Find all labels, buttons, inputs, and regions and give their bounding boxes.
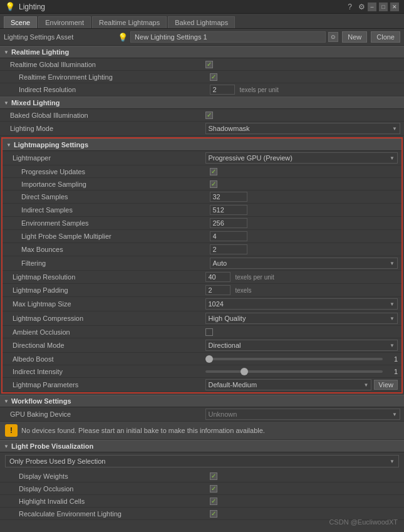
chevron-down-icon: ▼ bbox=[363, 382, 368, 388]
minimize-button[interactable]: – bbox=[368, 3, 376, 11]
chevron-down-icon: ▼ bbox=[390, 316, 395, 321]
realtime-lighting-title: Realtime Lighting bbox=[11, 48, 69, 56]
light-probe-visualization-title: Light Probe Visualization bbox=[11, 442, 93, 450]
gpu-baking-device-dropdown[interactable]: Unknown ▼ bbox=[205, 409, 401, 420]
close-button[interactable]: ✕ bbox=[390, 3, 399, 11]
tab-baked-lightmaps[interactable]: Baked Lightmaps bbox=[168, 16, 235, 28]
clone-button[interactable]: Clone bbox=[371, 31, 400, 43]
indirect-intensity-thumb[interactable] bbox=[241, 368, 248, 375]
directional-mode-row: Directional Mode Directional ▼ bbox=[3, 338, 401, 353]
tab-scene[interactable]: Scene bbox=[4, 16, 37, 28]
indirect-samples-input[interactable] bbox=[210, 205, 247, 215]
realtime-lighting-header[interactable]: ▼ Realtime Lighting bbox=[0, 46, 404, 58]
probe-dropdown-container: Only Probes Used By Selection ▼ bbox=[0, 452, 404, 470]
workflow-settings-header[interactable]: ▼ Workflow Settings bbox=[0, 395, 404, 407]
maximize-button[interactable]: □ bbox=[379, 3, 388, 11]
realtime-global-illumination-row: Realtime Global Illumination ✓ bbox=[0, 58, 404, 71]
lightmapping-settings-header[interactable]: ▼ Lightmapping Settings bbox=[3, 138, 401, 151]
mixed-lighting-header[interactable]: ▼ Mixed Lighting bbox=[0, 96, 404, 109]
recalculate-env-lighting-checkbox[interactable]: ✓ bbox=[210, 510, 217, 518]
lightmap-padding-input[interactable] bbox=[205, 285, 230, 295]
lightmap-resolution-input[interactable] bbox=[205, 272, 230, 282]
lightmap-resolution-label: Lightmap Resolution bbox=[13, 273, 205, 281]
chevron-down-icon: ▼ bbox=[390, 459, 395, 464]
baked-global-illumination-checkbox[interactable]: ✓ bbox=[205, 112, 213, 119]
settings-icon[interactable]: ⚙ bbox=[358, 3, 365, 11]
indirect-resolution-label: Indirect Resolution bbox=[19, 86, 210, 93]
progressive-updates-label: Progressive Updates bbox=[21, 168, 210, 175]
albedo-boost-slider[interactable]: 1 bbox=[205, 355, 398, 363]
asset-selector: 💡 New Lighting Settings 1 ⊙ bbox=[118, 31, 338, 43]
indirect-resolution-input[interactable] bbox=[210, 85, 235, 95]
lightmap-parameters-dropdown[interactable]: Default-Medium ▼ bbox=[205, 379, 372, 390]
albedo-boost-value: 1 bbox=[385, 355, 398, 363]
lighting-settings-label: Lighting Settings Asset bbox=[4, 33, 114, 41]
highlight-invalid-cells-checkbox[interactable]: ✓ bbox=[210, 498, 217, 505]
indirect-intensity-label: Indirect Intensity bbox=[13, 368, 205, 375]
progressive-updates-row: Progressive Updates ✓ bbox=[3, 165, 401, 178]
albedo-boost-thumb[interactable] bbox=[205, 355, 213, 363]
lighting-mode-dropdown[interactable]: Shadowmask ▼ bbox=[205, 123, 401, 134]
highlight-invalid-cells-label: Highlight Invalid Cells bbox=[19, 498, 210, 505]
ambient-occlusion-checkbox[interactable]: ✓ bbox=[205, 328, 213, 336]
filtering-dropdown[interactable]: Auto ▼ bbox=[210, 258, 398, 269]
realtime-env-lighting-checkbox[interactable]: ✓ bbox=[210, 73, 217, 81]
importance-sampling-checkbox[interactable]: ✓ bbox=[210, 180, 217, 188]
lighting-mode-value: Shadowmask bbox=[209, 125, 250, 132]
direct-samples-input[interactable] bbox=[210, 192, 247, 202]
lightmapper-value: Progressive GPU (Preview) bbox=[209, 154, 293, 162]
gpu-baking-device-value: Unknown bbox=[209, 410, 237, 418]
tab-environment[interactable]: Environment bbox=[38, 16, 91, 28]
light-probe-visualization-header[interactable]: ▼ Light Probe Visualization bbox=[0, 440, 404, 452]
realtime-global-illumination-checkbox[interactable]: ✓ bbox=[205, 61, 213, 68]
max-lightmap-size-label: Max Lightmap Size bbox=[13, 300, 205, 308]
direct-samples-label: Direct Samples bbox=[21, 193, 210, 201]
light-probe-multiplier-row: Light Probe Sample Multiplier bbox=[3, 230, 401, 243]
lightmap-parameters-row: Lightmap Parameters Default-Medium ▼ Vie… bbox=[3, 378, 401, 392]
baked-global-illumination-row: Baked Global Illumination ✓ bbox=[0, 109, 404, 122]
lightmapper-dropdown[interactable]: Progressive GPU (Preview) ▼ bbox=[205, 152, 398, 164]
lightmapper-row: Lightmapper Progressive GPU (Preview) ▼ bbox=[3, 151, 401, 165]
indirect-resolution-unit: texels per unit bbox=[240, 86, 279, 93]
display-weights-checkbox[interactable]: ✓ bbox=[210, 472, 217, 480]
tabs-bar: Scene Environment Realtime Lightmaps Bak… bbox=[0, 14, 404, 29]
indirect-intensity-slider[interactable]: 1 bbox=[205, 368, 398, 375]
chevron-down-icon: ▼ bbox=[390, 343, 395, 348]
max-lightmap-size-dropdown[interactable]: 1024 ▼ bbox=[205, 298, 398, 310]
indirect-samples-label: Indirect Samples bbox=[21, 206, 210, 214]
display-weights-label: Display Weights bbox=[19, 472, 210, 480]
lightmap-compression-dropdown[interactable]: High Quality ▼ bbox=[205, 313, 398, 324]
ambient-occlusion-row: Ambient Occlusion ✓ bbox=[3, 326, 401, 338]
environment-samples-input[interactable] bbox=[210, 218, 247, 228]
tab-realtime-lightmaps[interactable]: Realtime Lightmaps bbox=[92, 16, 167, 28]
filtering-row: Filtering Auto ▼ bbox=[3, 256, 401, 271]
max-bounces-input[interactable] bbox=[210, 244, 247, 254]
chevron-down-icon: ▼ bbox=[392, 126, 397, 132]
help-icon[interactable]: ? bbox=[348, 3, 352, 11]
light-probe-multiplier-input[interactable] bbox=[210, 231, 247, 241]
probe-selection-dropdown[interactable]: Only Probes Used By Selection ▼ bbox=[5, 455, 399, 467]
chevron-down-icon: ▼ bbox=[390, 301, 395, 307]
asset-pick-button[interactable]: ⊙ bbox=[328, 32, 338, 42]
collapse-icon: ▼ bbox=[4, 399, 9, 404]
view-button[interactable]: View bbox=[374, 380, 398, 390]
display-occlusion-checkbox[interactable]: ✓ bbox=[210, 485, 217, 493]
watermark: CSDN @EucliwoodXT bbox=[329, 518, 398, 526]
direct-samples-row: Direct Samples bbox=[3, 190, 401, 204]
realtime-env-lighting-label: Realtime Environment Lighting bbox=[19, 73, 210, 81]
warning-icon: ! bbox=[5, 424, 18, 437]
new-button[interactable]: New bbox=[342, 31, 367, 43]
lightmap-parameters-value: Default-Medium bbox=[209, 381, 257, 389]
lightmap-compression-value: High Quality bbox=[209, 315, 246, 322]
collapse-icon: ▼ bbox=[4, 100, 9, 106]
recalculate-env-lighting-label: Recalculate Environment Lighting bbox=[19, 510, 210, 518]
indirect-intensity-row: Indirect Intensity 1 bbox=[3, 365, 401, 378]
directional-mode-dropdown[interactable]: Directional ▼ bbox=[205, 340, 398, 351]
asset-icon: 💡 bbox=[118, 33, 128, 42]
environment-samples-row: Environment Samples bbox=[3, 217, 401, 230]
lighting-mode-row: Lighting Mode Shadowmask ▼ bbox=[0, 122, 404, 136]
progressive-updates-checkbox[interactable]: ✓ bbox=[210, 168, 217, 175]
baked-global-illumination-label: Baked Global Illumination bbox=[10, 112, 205, 119]
title-bar: 💡 Lighting ? ⚙ – □ ✕ bbox=[0, 0, 404, 14]
lightmap-padding-row: Lightmap Padding texels bbox=[3, 284, 401, 297]
